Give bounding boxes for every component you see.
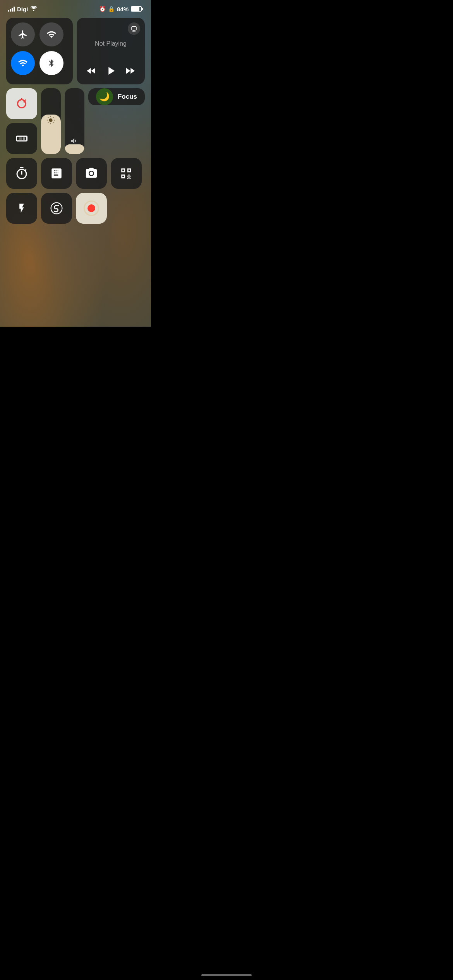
- media-tile: Not Playing: [77, 18, 145, 84]
- screen-record-button[interactable]: [76, 193, 107, 224]
- signal-bar-3: [12, 8, 13, 12]
- camera-button[interactable]: [76, 158, 107, 189]
- svg-line-8: [53, 122, 53, 123]
- cellular-button[interactable]: [39, 22, 63, 46]
- row-2: 🌙 Focus: [6, 88, 145, 154]
- focus-button[interactable]: 🌙 Focus: [88, 88, 145, 105]
- screen-mirror-button[interactable]: [6, 123, 37, 154]
- connectivity-tile[interactable]: [6, 18, 73, 84]
- alarm-icon: ⏰: [99, 6, 106, 12]
- battery-body: [131, 6, 142, 12]
- svg-line-12: [53, 117, 53, 118]
- battery-tip: [142, 8, 143, 10]
- airplane-mode-button[interactable]: [11, 22, 35, 46]
- control-center: Not Playing: [0, 15, 151, 234]
- svg-line-7: [48, 117, 48, 118]
- volume-slider[interactable]: [65, 88, 84, 154]
- svg-point-0: [33, 10, 34, 11]
- focus-moon-icon: 🌙: [96, 88, 113, 105]
- focus-label: Focus: [118, 93, 137, 101]
- bluetooth-button[interactable]: [39, 51, 63, 75]
- timer-button[interactable]: [6, 158, 37, 189]
- svg-rect-2: [19, 137, 22, 140]
- signal-bar-4: [14, 7, 15, 12]
- svg-line-11: [48, 122, 48, 123]
- calculator-button[interactable]: [41, 158, 72, 189]
- battery-percent: 84%: [117, 6, 129, 12]
- wifi-button[interactable]: [11, 51, 35, 75]
- shazam-button[interactable]: [41, 193, 72, 224]
- row-4: [6, 193, 145, 224]
- carrier-label: Digi: [17, 6, 28, 12]
- brightness-slider[interactable]: [41, 88, 61, 154]
- row-1: Not Playing: [6, 18, 145, 84]
- rewind-button[interactable]: [86, 65, 97, 77]
- airplay-button[interactable]: [128, 22, 140, 35]
- media-controls: [82, 64, 139, 79]
- signal-bar-1: [8, 10, 9, 12]
- flashlight-button[interactable]: [6, 193, 37, 224]
- battery-fill: [132, 7, 139, 11]
- svg-rect-3: [23, 137, 25, 140]
- signal-bar-2: [10, 9, 11, 12]
- rotation-lock-button[interactable]: [6, 88, 37, 119]
- status-wifi-icon: [30, 5, 37, 12]
- volume-icon: [70, 137, 79, 147]
- status-bar: Digi ⏰ 🔒 84%: [0, 0, 151, 15]
- play-button[interactable]: [104, 64, 117, 77]
- status-right: ⏰ 🔒 84%: [99, 6, 143, 12]
- signal-bars: [8, 6, 15, 12]
- status-left: Digi: [8, 5, 37, 12]
- row-3: [6, 158, 145, 189]
- fast-forward-button[interactable]: [124, 65, 136, 77]
- orientation-lock-icon: 🔒: [108, 6, 115, 12]
- qr-scanner-button[interactable]: [111, 158, 142, 189]
- brightness-icon: [46, 116, 55, 127]
- svg-point-4: [49, 118, 53, 122]
- battery-icon: [131, 6, 143, 12]
